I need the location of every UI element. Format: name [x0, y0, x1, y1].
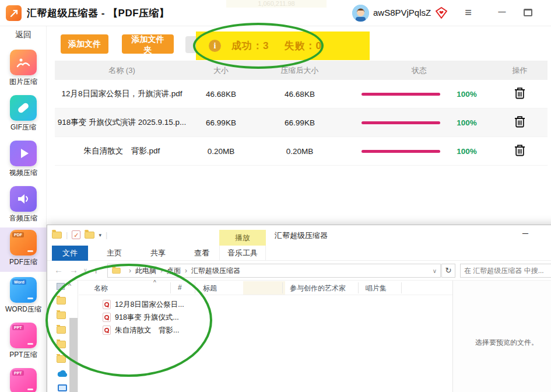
audio-compress-icon — [10, 186, 37, 212]
progress-percent: 100% — [457, 147, 477, 156]
separator: | — [66, 230, 68, 239]
breadcrumb-desktop[interactable]: 桌面 — [167, 266, 181, 276]
delete-icon[interactable] — [514, 116, 525, 130]
folder-icon[interactable] — [57, 297, 66, 304]
sidebar-item-audio[interactable]: 音频压缩 — [0, 184, 47, 228]
window-title: 汇帮超级压缩器 - 【PDF压缩】 — [27, 6, 170, 20]
qat-dropdown-icon[interactable]: ▾ — [99, 232, 101, 238]
tab-home[interactable]: 主页 — [97, 246, 132, 261]
up-arrow-icon[interactable]: ↑ — [94, 265, 99, 275]
explorer-body: ^ 名称 ^ # 标题 参与创作的艺术家 唱片集 — [47, 281, 551, 392]
ppt-tag: PPT — [12, 325, 24, 330]
menu-icon[interactable]: ≡ — [459, 6, 477, 19]
this-pc-icon[interactable] — [58, 384, 67, 391]
pdf-file-icon — [103, 313, 111, 322]
forward-arrow-icon[interactable]: → — [69, 265, 78, 275]
breadcrumb-this-pc[interactable]: 此电脑 — [135, 266, 156, 276]
explorer-window: | ✓ ▾ | 播放 汇帮超级压缩器 ─ 文件 主页 共享 查看 音乐工具 ← … — [47, 225, 551, 392]
column-number[interactable]: # — [178, 284, 182, 292]
tab-view[interactable]: 查看 — [184, 246, 219, 261]
username-label[interactable]: awS8PVjPqlsZ — [373, 8, 431, 18]
ppt-compress-icon: PPT — [10, 368, 37, 392]
sidebar-item-label: 图片压缩 — [0, 77, 47, 87]
app-logo-icon — [6, 5, 22, 21]
explorer-minimize-button[interactable]: ─ — [522, 229, 528, 238]
pdf-tag: PDF — [12, 232, 24, 237]
search-input[interactable] — [460, 264, 551, 278]
tab-music-tools[interactable]: 音乐工具 — [219, 246, 266, 261]
vip-badge-icon[interactable] — [435, 6, 448, 19]
column-artist[interactable]: 参与创作的艺术家 — [290, 284, 346, 293]
folder-icon[interactable] — [57, 312, 66, 319]
file-size: 0.20MB — [189, 147, 253, 156]
tab-share[interactable]: 共享 — [141, 246, 176, 261]
delete-icon[interactable] — [514, 144, 525, 158]
sidebar-item-label: PPT压缩 — [0, 350, 47, 360]
breadcrumb-sep: › — [129, 267, 131, 275]
new-folder-icon[interactable] — [85, 232, 94, 239]
user-avatar[interactable] — [352, 5, 369, 22]
sidebar-item-gif[interactable]: GIF压缩 — [0, 93, 47, 137]
pictures-icon[interactable] — [57, 283, 65, 290]
folder-icon[interactable] — [57, 355, 66, 363]
preview-pane: 选择要预览的文件。 — [453, 281, 551, 392]
tab-file[interactable]: 文件 — [52, 246, 88, 261]
breadcrumb-folder[interactable]: 汇帮超级压缩器 — [191, 266, 240, 276]
sidebar-item-ppt[interactable]: PPT PPT压缩 — [0, 320, 47, 365]
sidebar-item-video[interactable]: 视频压缩 — [0, 138, 47, 183]
sidebar-item-ppt-2[interactable]: PPT — [0, 366, 47, 392]
progress-bar — [362, 93, 440, 96]
file-item-label: 朱自清散文 背影... — [115, 326, 179, 335]
progress-percent: 100% — [457, 118, 477, 127]
separator: | — [106, 230, 107, 239]
word-tag: Word — [12, 279, 26, 285]
play-contextual-tab[interactable]: 播放 — [219, 230, 266, 246]
table-row: 918事变 升旗仪式演讲 2025.9.15.p... 66.99KB 66.9… — [55, 108, 548, 137]
column-name[interactable]: 名称 — [94, 284, 108, 293]
minimize-button[interactable]: ─ — [493, 6, 511, 18]
fail-count: 0 — [315, 40, 321, 51]
file-name: 918事变 升旗仪式演讲 2025.9.15.p... — [55, 117, 189, 128]
folder-icon[interactable] — [57, 326, 66, 334]
sidebar-item-pdf[interactable]: PDF PDF压缩 — [0, 228, 47, 272]
collapse-caret-icon[interactable]: ^ — [68, 282, 71, 289]
pdf-file-icon — [103, 300, 111, 309]
file-item[interactable]: 朱自清散文 背影... — [103, 324, 179, 337]
folder-icon[interactable] — [52, 232, 62, 239]
address-dropdown-icon[interactable]: ∨ — [433, 268, 437, 274]
sidebar-item-image[interactable]: 图片压缩 — [0, 47, 47, 92]
back-button[interactable]: 返回 — [0, 30, 47, 40]
delete-icon[interactable] — [514, 87, 525, 101]
file-size: 46.68KB — [189, 90, 253, 99]
nav-scrollbar[interactable] — [69, 318, 78, 392]
sidebar: 返回 图片压缩 GIF压缩 视频压缩 音频压缩 — [0, 26, 47, 392]
file-item[interactable]: 12月8日国家公祭日... — [103, 298, 184, 311]
fail-label: 失败： — [284, 40, 315, 51]
add-file-button[interactable]: 添加文件 — [61, 34, 108, 54]
maximize-button[interactable] — [524, 9, 532, 16]
video-compress-icon — [10, 141, 37, 166]
properties-check-icon[interactable]: ✓ — [72, 230, 80, 239]
ribbon-tabs: 文件 主页 共享 查看 音乐工具 — [47, 246, 551, 261]
onedrive-icon[interactable] — [57, 369, 68, 380]
sidebar-item-word[interactable]: Word WORD压缩 — [0, 275, 47, 319]
folder-icon[interactable] — [57, 341, 66, 348]
ppt-compress-icon: PPT — [10, 323, 37, 348]
progress-percent: 100% — [457, 90, 477, 99]
column-album[interactable]: 唱片集 — [366, 284, 387, 293]
add-folder-button[interactable]: 添加文件夹 — [122, 34, 174, 54]
file-item[interactable]: 918事变 升旗仪式... — [103, 311, 179, 324]
back-arrow-icon[interactable]: ← — [54, 265, 63, 275]
history-chevron-icon[interactable]: ∨ — [83, 267, 87, 273]
sidebar-item-label: PDF压缩 — [0, 257, 47, 267]
address-bar: ← → ∨ ↑ › 此电脑 › 桌面 › 汇帮超级压缩器 ∨ ↻ — [47, 261, 551, 281]
table-row: 12月8日国家公祭日，升旗演讲.pdf 46.68KB 46.68KB 100% — [55, 80, 548, 108]
breadcrumb[interactable]: › 此电脑 › 桌面 › 汇帮超级压缩器 ∨ — [107, 264, 441, 278]
column-title[interactable]: 标题 — [203, 284, 217, 293]
refresh-icon[interactable]: ↻ — [441, 264, 455, 278]
column-highlight — [243, 281, 285, 295]
file-name: 朱自清散文 背影.pdf — [55, 146, 189, 156]
col-status: 状态 — [346, 65, 492, 76]
compressor-titlebar: 汇帮超级压缩器 - 【PDF压缩】 1,060,211.98 awS8PVjPq… — [0, 0, 551, 26]
file-compressed-size: 46.68KB — [253, 90, 346, 99]
